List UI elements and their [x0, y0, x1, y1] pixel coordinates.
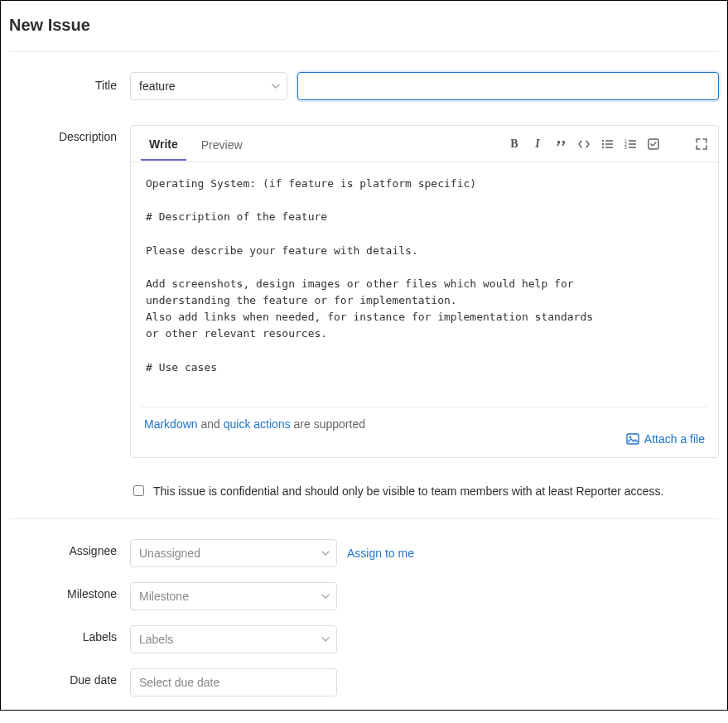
milestone-label: Milestone	[9, 582, 130, 600]
image-icon	[626, 432, 639, 446]
markdown-link[interactable]: Markdown	[144, 417, 198, 431]
labels-row: Labels Labels	[9, 625, 719, 653]
markdown-hint: Markdown and quick actions are supported	[144, 417, 365, 431]
title-row: Title feature	[9, 72, 719, 100]
issue-template-select[interactable]: feature	[130, 72, 287, 100]
svg-rect-11	[629, 147, 636, 148]
confidential-label: This issue is confidential and should on…	[153, 484, 663, 498]
labels-placeholder: Labels	[139, 633, 173, 646]
description-row: Description Write Preview B I	[9, 125, 719, 458]
confidential-row: This issue is confidential and should on…	[130, 483, 719, 499]
tab-write[interactable]: Write	[141, 128, 186, 161]
svg-rect-3	[605, 143, 613, 145]
bold-icon[interactable]: B	[508, 137, 521, 151]
numbered-list-icon[interactable]: 123	[624, 138, 637, 150]
chevron-down-icon	[321, 549, 330, 557]
svg-rect-5	[605, 147, 613, 148]
attach-file-label: Attach a file	[644, 432, 705, 446]
bullet-list-icon[interactable]	[600, 138, 614, 150]
svg-rect-7	[629, 140, 636, 142]
svg-text:3: 3	[624, 145, 627, 150]
svg-rect-13	[627, 434, 639, 444]
svg-point-0	[602, 139, 604, 141]
chevron-down-icon	[321, 592, 330, 600]
labels-select[interactable]: Labels	[130, 625, 337, 653]
svg-rect-1	[605, 140, 613, 142]
milestone-select[interactable]: Milestone	[130, 582, 337, 610]
milestone-row: Milestone Milestone	[9, 582, 719, 610]
svg-rect-9	[629, 143, 636, 145]
assignee-label: Assignee	[9, 539, 130, 557]
tab-preview[interactable]: Preview	[193, 128, 251, 160]
quick-actions-link[interactable]: quick actions	[224, 417, 291, 431]
italic-icon[interactable]: I	[531, 137, 544, 151]
title-input[interactable]	[297, 72, 719, 100]
chevron-down-icon	[272, 82, 280, 90]
editor-toolbar: B I 123	[508, 137, 708, 151]
due-date-row: Due date Select due date	[9, 668, 719, 696]
assignee-placeholder: Unassigned	[139, 547, 200, 560]
page-title: New Issue	[9, 16, 719, 35]
milestone-placeholder: Milestone	[139, 590, 189, 603]
fullscreen-icon[interactable]	[695, 138, 708, 150]
chevron-down-icon	[321, 635, 330, 643]
labels-label: Labels	[9, 625, 130, 643]
due-date-label: Due date	[9, 668, 130, 687]
description-textarea[interactable]	[144, 174, 705, 389]
svg-point-4	[602, 146, 604, 147]
svg-point-14	[629, 436, 632, 439]
due-date-input[interactable]: Select due date	[130, 668, 337, 696]
quote-icon[interactable]	[554, 138, 567, 150]
confidential-checkbox[interactable]	[133, 485, 144, 496]
description-label: Description	[9, 125, 130, 143]
divider	[9, 518, 719, 519]
divider	[9, 51, 719, 52]
title-label: Title	[9, 72, 130, 92]
assignee-row: Assignee Unassigned Assign to me	[9, 539, 719, 567]
issue-template-selected: feature	[139, 80, 176, 93]
svg-point-2	[602, 142, 604, 144]
due-date-placeholder: Select due date	[139, 676, 219, 689]
description-editor: Write Preview B I	[130, 125, 719, 458]
attach-file-button[interactable]: Attach a file	[626, 432, 705, 446]
code-icon[interactable]	[577, 138, 591, 150]
task-list-icon[interactable]	[647, 138, 660, 150]
assign-to-me-link[interactable]: Assign to me	[347, 547, 414, 560]
assignee-select[interactable]: Unassigned	[130, 539, 337, 567]
